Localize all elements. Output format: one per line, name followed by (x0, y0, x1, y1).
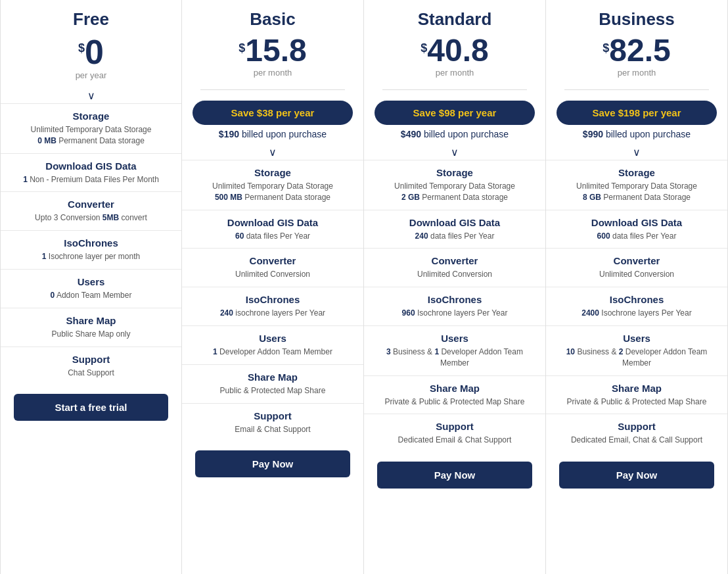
feature-block-free-4: Users0 Addon Team Member (1, 269, 181, 308)
feature-block-free-0: StorageUnlimited Temporary Data Storage0… (1, 103, 181, 153)
plan-amount-free: 0 (85, 35, 104, 69)
billed-text-business: $990 billed upon purchase (583, 129, 691, 139)
feature-block-basic-0: StorageUnlimited Temporary Data Storage5… (182, 160, 363, 210)
feature-title-free-1: Download GIS Data (12, 160, 170, 172)
plan-col-free: Free$0per year∨StorageUnlimited Temporar… (0, 0, 182, 574)
feature-desc-standard-6: Dedicated Email & Chat Support (376, 435, 534, 446)
action-btn-standard[interactable]: Pay Now (377, 462, 532, 489)
feature-title-standard-1: Download GIS Data (376, 217, 534, 228)
feature-title-business-1: Download GIS Data (558, 217, 716, 228)
feature-title-basic-5: Share Map (194, 371, 352, 383)
feature-title-standard-3: IsoChrones (376, 294, 534, 305)
feature-title-standard-0: Storage (376, 167, 534, 178)
feature-block-standard-4: Users3 Business & 1 Developer Addon Team… (364, 325, 545, 375)
feature-title-business-4: Users (558, 333, 716, 344)
plan-price-row-business: $82.5 (603, 35, 670, 66)
feature-block-basic-4: Users1 Developer Addon Team Member (182, 325, 363, 364)
feature-block-business-1: Download GIS Data600 data files Per Year (546, 210, 727, 249)
feature-desc-free-3: 1 Isochrone layer per month (12, 251, 170, 262)
feature-block-standard-6: SupportDedicated Email & Chat Support (364, 414, 545, 452)
feature-block-free-5: Share MapPublic Share Map only (1, 308, 181, 347)
feature-block-free-6: SupportChat Support (1, 347, 181, 385)
feature-title-standard-5: Share Map (376, 383, 534, 394)
feature-block-free-2: ConverterUpto 3 Conversion 5MB convert (1, 191, 181, 230)
plan-amount-business: 82.5 (609, 35, 670, 66)
feature-title-basic-4: Users (194, 333, 352, 344)
feature-title-business-2: Converter (558, 255, 716, 266)
feature-title-basic-0: Storage (194, 167, 352, 178)
billed-text-standard: $490 billed upon purchase (401, 129, 509, 139)
feature-block-basic-6: SupportEmail & Chat Support (182, 403, 363, 442)
pricing-grid: Free$0per year∨StorageUnlimited Temporar… (0, 0, 728, 574)
plan-price-row-free: $0 (78, 35, 104, 69)
plan-currency-free: $ (78, 41, 85, 55)
feature-block-business-2: ConverterUnlimited Conversion (546, 248, 727, 287)
feature-desc-business-3: 2400 Isochrone layers Per Year (558, 308, 716, 319)
plan-currency-business: $ (603, 41, 609, 55)
feature-desc-business-2: Unlimited Conversion (558, 269, 716, 280)
feature-title-business-6: Support (558, 421, 716, 432)
plan-period-business: per month (618, 68, 656, 78)
feature-title-basic-1: Download GIS Data (194, 217, 352, 228)
feature-block-standard-1: Download GIS Data240 data files Per Year (364, 210, 545, 249)
plan-col-business: Business$82.5per monthSave $198 per year… (546, 0, 728, 574)
feature-desc-free-1: 1 Non - Premium Data Files Per Month (12, 174, 170, 185)
feature-desc-standard-2: Unlimited Conversion (376, 269, 534, 280)
feature-title-business-0: Storage (558, 167, 716, 178)
feature-desc-free-2: Upto 3 Conversion 5MB convert (12, 212, 170, 224)
divider-business (564, 89, 710, 90)
chevron-standard: ∨ (451, 146, 459, 158)
feature-block-business-5: Share MapPrivate & Public & Protected Ma… (546, 375, 727, 414)
action-btn-free[interactable]: Start a free trial (14, 394, 168, 421)
feature-desc-basic-6: Email & Chat Support (194, 424, 352, 435)
billed-text-basic: $190 billed upon purchase (219, 129, 327, 139)
feature-desc-business-6: Dedicated Email, Chat & Call Support (558, 435, 716, 446)
feature-title-free-0: Storage (12, 110, 170, 122)
divider-standard (382, 89, 528, 90)
feature-desc-free-4: 0 Addon Team Member (12, 290, 170, 301)
feature-desc-basic-4: 1 Developer Addon Team Member (194, 347, 352, 358)
plan-currency-standard: $ (421, 41, 427, 55)
feature-title-basic-3: IsoChrones (194, 294, 352, 305)
feature-desc-basic-2: Unlimited Conversion (194, 269, 352, 280)
feature-desc-free-5: Public Share Map only (12, 329, 170, 340)
feature-block-standard-5: Share MapPrivate & Public & Protected Ma… (364, 375, 545, 414)
feature-block-basic-3: IsoChrones240 isochrone layers Per Year (182, 287, 363, 325)
chevron-business: ∨ (633, 146, 641, 158)
feature-title-free-6: Support (12, 354, 170, 365)
feature-desc-business-4: 10 Business & 2 Developer Addon Team Mem… (558, 347, 716, 369)
feature-title-free-3: IsoChrones (12, 237, 170, 249)
save-badge-business: Save $198 per year (557, 101, 717, 125)
feature-title-basic-6: Support (194, 410, 352, 421)
feature-block-free-1: Download GIS Data1 Non - Premium Data Fi… (1, 153, 181, 192)
plan-col-basic: Basic$15.8per monthSave $38 per year$190… (182, 0, 364, 574)
save-badge-basic: Save $38 per year (193, 101, 353, 125)
feature-title-free-4: Users (12, 276, 170, 287)
divider-basic (200, 89, 346, 90)
plan-amount-standard: 40.8 (427, 35, 488, 66)
plan-period-free: per year (76, 70, 107, 80)
feature-desc-standard-5: Private & Public & Protected Map Share (376, 396, 534, 408)
feature-block-free-3: IsoChrones1 Isochrone layer per month (1, 230, 181, 269)
action-btn-business[interactable]: Pay Now (559, 462, 714, 489)
chevron-basic: ∨ (269, 146, 277, 158)
plan-name-basic: Basic (250, 9, 295, 30)
feature-block-standard-2: ConverterUnlimited Conversion (364, 248, 545, 287)
feature-block-standard-3: IsoChrones960 Isochrone layers Per Year (364, 287, 545, 325)
feature-desc-standard-4: 3 Business & 1 Developer Addon Team Memb… (376, 347, 534, 369)
plan-price-row-basic: $15.8 (239, 35, 306, 66)
feature-title-standard-6: Support (376, 421, 534, 432)
feature-desc-basic-0: Unlimited Temporary Data Storage500 MB P… (194, 181, 352, 203)
plan-amount-basic: 15.8 (245, 35, 306, 66)
feature-desc-standard-1: 240 data files Per Year (376, 231, 534, 242)
feature-block-business-3: IsoChrones2400 Isochrone layers Per Year (546, 287, 727, 325)
save-badge-standard: Save $98 per year (375, 101, 535, 125)
chevron-free: ∨ (87, 89, 95, 102)
feature-desc-basic-1: 60 data files Per Year (194, 231, 352, 242)
plan-currency-basic: $ (239, 41, 245, 55)
feature-block-basic-5: Share MapPublic & Protected Map Share (182, 364, 363, 403)
action-btn-basic[interactable]: Pay Now (195, 450, 350, 477)
plan-name-standard: Standard (418, 9, 492, 30)
plan-col-standard: Standard$40.8per monthSave $98 per year$… (364, 0, 546, 574)
feature-block-business-0: StorageUnlimited Temporary Data Storage8… (546, 160, 727, 210)
